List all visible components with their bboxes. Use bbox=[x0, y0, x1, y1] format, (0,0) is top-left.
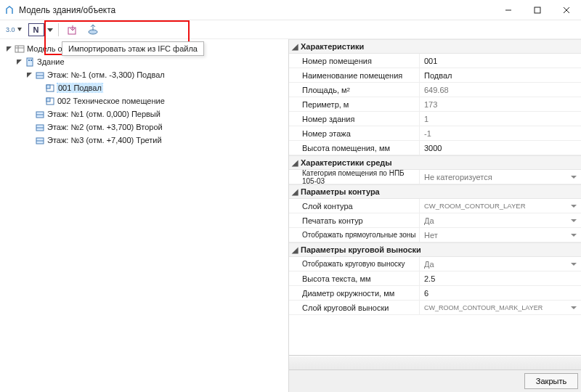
svg-rect-13 bbox=[27, 58, 33, 66]
property-row[interactable]: Отображать прямоугольные зоны Нет bbox=[289, 228, 581, 242]
minimize-button[interactable] bbox=[494, 0, 523, 20]
property-row[interactable]: Периметр, м 173 bbox=[289, 97, 581, 112]
property-label: Номер этажа bbox=[289, 126, 420, 140]
svg-rect-22 bbox=[46, 98, 50, 102]
export-button[interactable] bbox=[84, 22, 102, 38]
svg-marker-16 bbox=[27, 73, 32, 78]
tree-panel[interactable]: Модель объектаЗданиеЭтаж: №-1 (отм. -3,3… bbox=[0, 39, 289, 392]
property-label: Номер здания bbox=[289, 112, 420, 126]
tree-room[interactable]: 002 Техническое помещение bbox=[1, 94, 287, 107]
description-bar bbox=[289, 356, 581, 369]
property-value-combo[interactable]: Не категоризуется bbox=[420, 170, 581, 184]
caret-down-icon[interactable] bbox=[25, 70, 33, 79]
floor-icon bbox=[35, 122, 45, 132]
property-value[interactable]: 2.5 bbox=[420, 271, 581, 285]
button-bar: Закрыть bbox=[289, 369, 581, 392]
window-controls bbox=[494, 0, 581, 20]
close-button[interactable]: Закрыть bbox=[524, 373, 578, 389]
toolbar-separator bbox=[58, 23, 59, 36]
property-row[interactable]: Высота текста, мм 2.5 bbox=[289, 271, 581, 286]
tree-room[interactable]: 001 Подвал bbox=[1, 81, 287, 94]
main-area: Модель объектаЗданиеЭтаж: №-1 (отм. -3,3… bbox=[0, 39, 581, 392]
caret-down-icon[interactable] bbox=[4, 44, 13, 53]
property-value: 1 bbox=[420, 112, 581, 126]
svg-rect-1 bbox=[535, 7, 540, 13]
tooltip: Импортировать этаж из IFC файла bbox=[62, 41, 204, 56]
tree-item-label: Здание bbox=[37, 57, 65, 66]
category-header[interactable]: ◢Параметры контура bbox=[289, 184, 581, 199]
category-header[interactable]: ◢Характеристики среды bbox=[289, 155, 581, 170]
property-value[interactable]: 3000 bbox=[420, 141, 581, 155]
property-value: 173 bbox=[420, 97, 581, 111]
close-window-button[interactable] bbox=[552, 0, 581, 20]
window-title: Модель здания/объекта bbox=[19, 5, 494, 15]
svg-marker-8 bbox=[7, 46, 12, 52]
tree-floor[interactable]: Этаж: №1 (отм. 0,000) Первый bbox=[1, 107, 287, 121]
app-icon bbox=[4, 5, 15, 15]
building-icon bbox=[25, 57, 35, 67]
property-row[interactable]: Диаметр окружности, мм 6 bbox=[289, 286, 581, 301]
property-value[interactable]: 6 bbox=[420, 286, 581, 300]
property-value-combo[interactable]: CW_ROOM_CONTOUR_MARK_LAYER bbox=[420, 301, 581, 314]
property-row[interactable]: Наименование помещения Подвал bbox=[289, 68, 581, 83]
property-value-combo[interactable]: CW_ROOM_CONTOUR_LAYER bbox=[420, 199, 581, 213]
property-value: 649.68 bbox=[420, 83, 581, 97]
tree-floor[interactable]: Этаж: №2 (отм. +3,700) Второй bbox=[1, 121, 287, 134]
tree-floor[interactable]: Этаж: №3 (отм. +7,400) Третий bbox=[1, 134, 287, 147]
tree-item-label: Этаж: №1 (отм. 0,000) Первый bbox=[47, 110, 161, 118]
property-label: Отображать круговую выноску bbox=[289, 257, 420, 271]
n-button[interactable]: N bbox=[28, 23, 44, 36]
title-bar: Модель здания/объекта bbox=[0, 0, 581, 20]
property-label: Отображать прямоугольные зоны bbox=[289, 228, 420, 242]
chevron-down-icon[interactable] bbox=[47, 24, 53, 36]
property-label: Высота текста, мм bbox=[289, 271, 420, 285]
tree-item-label: 001 Подвал bbox=[57, 83, 102, 92]
property-label: Периметр, м bbox=[289, 97, 420, 111]
bottom-area: Закрыть bbox=[289, 356, 581, 392]
property-label: Категория помещения по НПБ 105-03 bbox=[289, 170, 420, 184]
svg-marker-12 bbox=[17, 60, 22, 65]
svg-rect-20 bbox=[46, 85, 50, 89]
tree-item-label: 002 Техническое помещение bbox=[57, 97, 165, 105]
svg-rect-14 bbox=[28, 60, 30, 61]
svg-rect-9 bbox=[15, 46, 24, 52]
model-icon bbox=[15, 44, 25, 54]
tree-floor[interactable]: Этаж: №-1 (отм. -3,300) Подвал bbox=[1, 68, 287, 81]
property-label: Слой контура bbox=[289, 199, 420, 213]
svg-marker-4 bbox=[17, 28, 22, 31]
property-value-combo[interactable]: Нет bbox=[420, 228, 581, 242]
property-label: Диаметр окружности, мм bbox=[289, 286, 420, 300]
property-row[interactable]: Отображать круговую выноску Да bbox=[289, 257, 581, 271]
tree-building[interactable]: Здание bbox=[1, 55, 287, 68]
property-value[interactable]: Подвал bbox=[420, 68, 581, 82]
property-value-combo[interactable]: Да bbox=[420, 257, 581, 271]
property-value[interactable]: 001 bbox=[420, 54, 581, 68]
property-label: Наименование помещения bbox=[289, 68, 420, 82]
property-value-combo[interactable]: Да bbox=[420, 213, 581, 227]
tree-item-label: Этаж: №2 (отм. +3,700) Второй bbox=[47, 123, 163, 131]
property-row[interactable]: Печатать контур Да bbox=[289, 213, 581, 228]
caret-down-icon[interactable] bbox=[15, 57, 23, 66]
property-label: Номер помещения bbox=[289, 54, 420, 68]
property-label: Слой круговой выноски bbox=[289, 301, 420, 314]
property-row[interactable]: Слой круговой выноски CW_ROOM_CONTOUR_MA… bbox=[289, 301, 581, 315]
room-icon bbox=[45, 83, 55, 93]
property-row[interactable]: Номер здания 1 bbox=[289, 112, 581, 126]
property-row[interactable]: Номер этажа -1 bbox=[289, 126, 581, 141]
property-grid[interactable]: ◢Характеристики Номер помещения 001 Наим… bbox=[289, 39, 581, 356]
property-row[interactable]: Площадь, м2 649.68 bbox=[289, 83, 581, 97]
property-row[interactable]: Высота помещения, мм 3000 bbox=[289, 141, 581, 155]
category-header[interactable]: ◢Характеристики bbox=[289, 39, 581, 54]
floor-icon bbox=[35, 135, 45, 145]
version-button[interactable]: 3.0 bbox=[3, 22, 25, 38]
import-ifc-button[interactable] bbox=[64, 22, 81, 38]
floor-icon bbox=[35, 70, 45, 80]
property-row[interactable]: Категория помещения по НПБ 105-03 Не кат… bbox=[289, 170, 581, 184]
category-header[interactable]: ◢Параметры круговой выноски bbox=[289, 242, 581, 257]
floor-icon bbox=[35, 109, 45, 119]
property-row[interactable]: Слой контура CW_ROOM_CONTOUR_LAYER bbox=[289, 199, 581, 213]
property-row[interactable]: Номер помещения 001 bbox=[289, 54, 581, 68]
toolbar: 3.0 N bbox=[0, 20, 581, 39]
property-label: Печатать контур bbox=[289, 213, 420, 227]
maximize-button[interactable] bbox=[523, 0, 552, 20]
